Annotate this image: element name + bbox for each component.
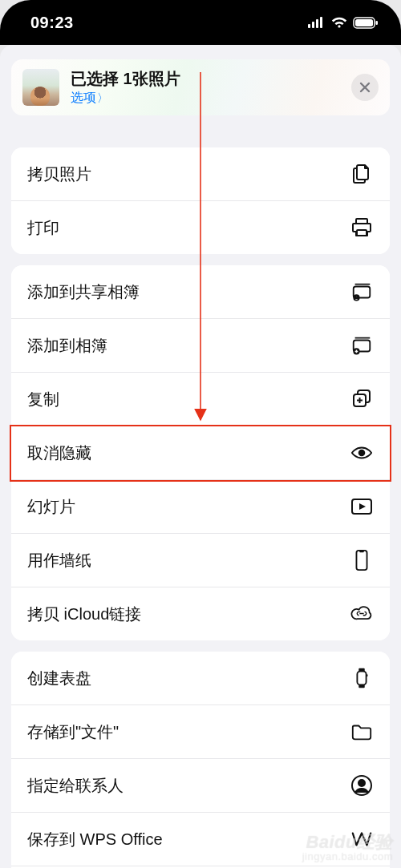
row-label: 创建表盘 bbox=[27, 668, 91, 689]
contact-icon bbox=[350, 773, 374, 797]
row-wallpaper[interactable]: 用作墙纸 bbox=[11, 534, 390, 587]
row-label: 添加到共享相簿 bbox=[27, 281, 140, 303]
svg-rect-3 bbox=[320, 17, 322, 28]
status-bar: 09:23 bbox=[0, 0, 401, 45]
copy-doc-icon bbox=[350, 162, 374, 186]
row-label: 复制 bbox=[27, 389, 59, 410]
watch-icon bbox=[350, 666, 374, 690]
row-label: 用作墙纸 bbox=[27, 550, 91, 571]
svg-point-11 bbox=[355, 296, 357, 297]
row-assign-contact[interactable]: 指定给联系人 bbox=[11, 759, 390, 813]
signal-icon bbox=[308, 17, 326, 28]
action-group-2: 添加到共享相簿 添加到相簿 bbox=[11, 265, 390, 640]
row-slideshow[interactable]: 幻灯片 bbox=[11, 480, 390, 534]
photo-thumbnail[interactable] bbox=[22, 69, 59, 106]
svg-point-16 bbox=[359, 450, 365, 456]
eye-icon bbox=[350, 441, 374, 465]
svg-rect-18 bbox=[356, 551, 367, 570]
share-sheet: 已选择 1张照片 选项 〉 拷贝照片 打印 bbox=[0, 45, 401, 868]
svg-rect-20 bbox=[357, 672, 366, 685]
row-add-album[interactable]: 添加到相簿 bbox=[11, 319, 390, 373]
add-album-icon bbox=[350, 333, 374, 357]
svg-rect-19 bbox=[359, 551, 364, 552]
svg-rect-1 bbox=[312, 22, 314, 28]
folder-icon bbox=[350, 720, 374, 744]
row-label: 幻灯片 bbox=[27, 496, 75, 518]
row-label: 添加到相簿 bbox=[27, 335, 107, 357]
svg-point-23 bbox=[358, 780, 365, 786]
close-icon bbox=[359, 82, 371, 93]
row-copy-icloud-link[interactable]: 拷贝 iCloud链接 bbox=[11, 587, 390, 640]
row-label: 保存到 WPS Office bbox=[27, 829, 163, 850]
row-save-to-files[interactable]: 存储到"文件" bbox=[11, 705, 390, 759]
row-label: 指定给联系人 bbox=[27, 775, 124, 797]
svg-rect-0 bbox=[308, 24, 310, 28]
cloud-link-icon bbox=[350, 602, 374, 626]
svg-rect-21 bbox=[367, 674, 367, 676]
watermark: Baidu经验 jingyan.baidu.com bbox=[302, 834, 393, 862]
row-copy-photo[interactable]: 拷贝照片 bbox=[11, 147, 390, 201]
wifi-icon bbox=[330, 16, 348, 29]
svg-rect-6 bbox=[376, 21, 379, 25]
status-time: 09:23 bbox=[30, 14, 74, 32]
row-label: 打印 bbox=[27, 217, 59, 239]
options-link[interactable]: 选项 〉 bbox=[71, 90, 108, 105]
chevron-right-icon: 〉 bbox=[97, 91, 108, 105]
svg-rect-2 bbox=[316, 19, 318, 28]
close-button[interactable] bbox=[351, 74, 379, 101]
row-label: 拷贝照片 bbox=[27, 164, 91, 185]
action-group-1: 拷贝照片 打印 bbox=[11, 147, 390, 254]
shared-album-icon bbox=[350, 280, 374, 304]
row-add-shared-album[interactable]: 添加到共享相簿 bbox=[11, 265, 390, 319]
options-label: 选项 bbox=[71, 90, 96, 105]
printer-icon bbox=[350, 216, 374, 240]
sheet-title: 已选择 1张照片 bbox=[71, 69, 180, 88]
row-label: 拷贝 iCloud链接 bbox=[27, 604, 141, 625]
row-label: 取消隐藏 bbox=[27, 442, 91, 464]
row-duplicate[interactable]: 复制 bbox=[11, 373, 390, 426]
watermark-sub: jingyan.baidu.com bbox=[302, 851, 393, 862]
row-unhide[interactable]: 取消隐藏 bbox=[11, 426, 390, 480]
sheet-header: 已选择 1张照片 选项 〉 bbox=[11, 59, 390, 115]
slideshow-icon bbox=[350, 495, 374, 519]
svg-rect-5 bbox=[355, 19, 373, 26]
phone-icon bbox=[350, 548, 374, 572]
duplicate-icon bbox=[350, 387, 374, 411]
status-icons bbox=[308, 16, 379, 29]
row-label: 存储到"文件" bbox=[27, 721, 119, 743]
battery-icon bbox=[353, 17, 379, 29]
row-create-watch-face[interactable]: 创建表盘 bbox=[11, 652, 390, 705]
row-print[interactable]: 打印 bbox=[11, 201, 390, 254]
watermark-brand: Baidu经验 bbox=[306, 834, 393, 851]
svg-rect-8 bbox=[357, 230, 367, 236]
